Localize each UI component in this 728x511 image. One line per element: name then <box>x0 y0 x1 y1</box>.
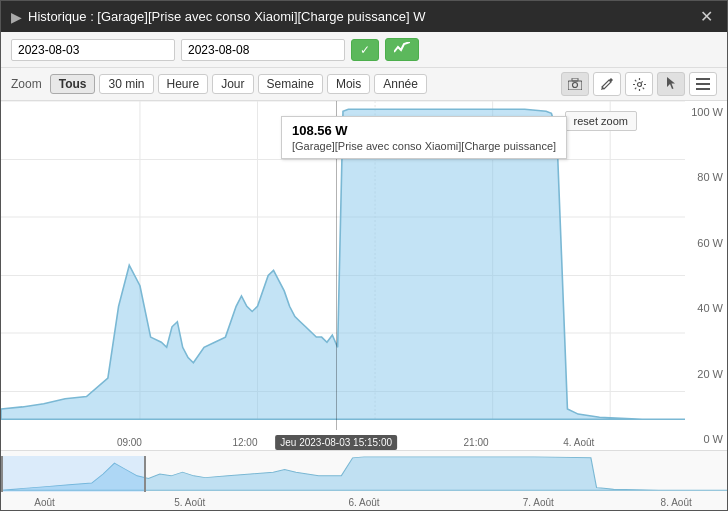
nav-x-aout: Août <box>34 497 55 508</box>
navigator-area: Août 5. Août 6. Août 7. Août 8. Août <box>1 450 727 510</box>
x-label-2100: 21:00 <box>464 437 489 448</box>
window-title: Historique : [Garage][Prise avec conso X… <box>28 9 425 24</box>
close-button[interactable]: ✕ <box>696 7 717 26</box>
nav-x-5aout: 5. Août <box>174 497 205 508</box>
chart-type-button[interactable] <box>385 38 419 61</box>
reset-zoom-button[interactable]: reset zoom <box>565 111 637 131</box>
chart-area[interactable]: 0 W 20 W 40 W 60 W 80 W 100 W <box>1 101 727 510</box>
y-axis: 0 W 20 W 40 W 60 W 80 W 100 W <box>685 101 727 450</box>
nav-x-6aout: 6. Août <box>348 497 379 508</box>
zoom-bar: Zoom Tous 30 min Heure Jour Semaine Mois… <box>1 68 727 101</box>
nav-handle[interactable] <box>1 456 146 492</box>
settings-icon <box>633 78 646 91</box>
chart-svg <box>1 101 685 450</box>
title-bar: ▶ Historique : [Garage][Prise avec conso… <box>1 1 727 32</box>
camera-button[interactable] <box>561 72 589 96</box>
svg-point-1 <box>573 83 578 88</box>
hamburger-line-2 <box>696 83 710 85</box>
hamburger-line-3 <box>696 88 710 90</box>
nav-x-axis: Août 5. Août 6. Août 7. Août 8. Août <box>1 492 727 510</box>
zoom-30min-button[interactable]: 30 min <box>99 74 153 94</box>
zoom-heure-button[interactable]: Heure <box>158 74 209 94</box>
svg-point-3 <box>637 82 641 86</box>
nav-arrow-icon: ▶ <box>11 9 22 25</box>
y-label-80w: 80 W <box>689 171 723 183</box>
cursor-label: Jeu 2023-08-03 15:15:00 <box>275 435 397 450</box>
chart-inner: 0 W 20 W 40 W 60 W 80 W 100 W <box>1 101 727 450</box>
nav-plot <box>1 456 727 492</box>
pointer-icon <box>665 77 677 91</box>
camera-icon <box>568 78 582 90</box>
hamburger-line-1 <box>696 78 710 80</box>
chart-icon <box>394 42 410 54</box>
date-end-input[interactable] <box>181 39 345 61</box>
zoom-semaine-button[interactable]: Semaine <box>258 74 323 94</box>
zoom-tous-button[interactable]: Tous <box>50 74 96 94</box>
date-toolbar: ✓ <box>1 32 727 68</box>
y-label-0w: 0 W <box>689 433 723 445</box>
svg-rect-2 <box>572 78 578 81</box>
pencil-button[interactable] <box>593 72 621 96</box>
y-label-40w: 40 W <box>689 302 723 314</box>
x-label-4aout: 4. Août <box>563 437 594 448</box>
zoom-mois-button[interactable]: Mois <box>327 74 370 94</box>
menu-button[interactable] <box>689 72 717 96</box>
confirm-button[interactable]: ✓ <box>351 39 379 61</box>
nav-x-7aout: 7. Août <box>523 497 554 508</box>
app-window: ▶ Historique : [Garage][Prise avec conso… <box>0 0 728 511</box>
x-label-0900: 09:00 <box>117 437 142 448</box>
zoom-label: Zoom <box>11 77 42 91</box>
zoom-jour-button[interactable]: Jour <box>212 74 253 94</box>
nav-x-8aout: 8. Août <box>661 497 692 508</box>
zoom-annee-button[interactable]: Année <box>374 74 427 94</box>
y-label-60w: 60 W <box>689 237 723 249</box>
y-label-20w: 20 W <box>689 368 723 380</box>
y-label-100w: 100 W <box>689 106 723 118</box>
settings-button[interactable] <box>625 72 653 96</box>
pointer-button[interactable] <box>657 72 685 96</box>
x-label-1200: 12:00 <box>232 437 257 448</box>
date-start-input[interactable] <box>11 39 175 61</box>
chart-plot: 09:00 12:00 18:00 21:00 4. Août Jeu 2023… <box>1 101 685 450</box>
pencil-icon <box>601 78 613 90</box>
